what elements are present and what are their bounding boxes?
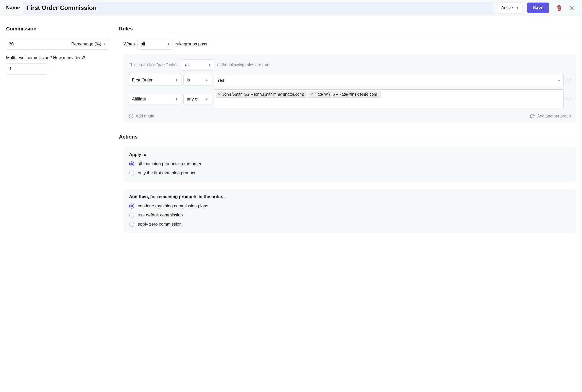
radio-label: only the first matching product (138, 171, 195, 176)
add-rule-button[interactable]: Add a rule (129, 114, 154, 119)
actions-title: Actions (119, 134, 576, 142)
add-group-button[interactable]: Add another group (530, 114, 571, 118)
name-label: Name (6, 5, 20, 11)
rule-field-value: Affiliate (132, 97, 146, 102)
group-scope-select[interactable]: all ▲▼ (182, 59, 214, 71)
group-scope-value: all (185, 62, 189, 67)
group-intro-suffix: of the following rules are true. (217, 63, 270, 67)
chevron-updown-icon: ▲▼ (175, 79, 178, 81)
remaining-option-2[interactable]: apply zero commission (129, 222, 570, 227)
when-scope-value: all (141, 42, 145, 47)
tag-label: John Smith (#2 – john.smith@mailinator.c… (222, 92, 304, 97)
tag-label: Kate W (#6 – kate@insideinfo.com) (315, 92, 379, 97)
chevron-updown-icon: ▲▼ (517, 7, 519, 9)
rule-row: Affiliate ▲▼ any of ▲▼ ✕ John Smith (#2 … (129, 89, 571, 109)
commission-amount-row: Percentage (%) ▲▼ (6, 39, 109, 50)
rule-field-value: First Order (132, 78, 152, 83)
trash-icon (557, 5, 562, 11)
group-intro-prefix: This group is a "pass" when (129, 63, 179, 67)
editor-header: Name Active ▲▼ Save (0, 0, 582, 16)
chevron-updown-icon: ▲▼ (206, 98, 208, 100)
when-scope-select[interactable]: all ▲▼ (137, 39, 173, 50)
delete-button[interactable] (555, 4, 563, 12)
radio-icon (129, 161, 134, 166)
name-input[interactable] (23, 2, 493, 13)
rule-field-select[interactable]: First Order ▲▼ (129, 75, 181, 86)
radio-icon (129, 222, 134, 227)
rule-group: This group is a "pass" when all ▲▼ of th… (124, 54, 576, 122)
apply-to-option-0[interactable]: all matching products in the order (129, 161, 570, 166)
rules-when-row: When all ▲▼ rule groups pass (119, 39, 576, 50)
remove-rule-button[interactable]: − (566, 97, 571, 101)
radio-icon (129, 171, 134, 176)
remaining-label: And then, for remaining products in the … (129, 194, 570, 199)
svg-rect-1 (530, 115, 534, 118)
close-button[interactable] (568, 4, 576, 12)
rule-operator-select[interactable]: any of ▲▼ (183, 94, 211, 105)
radio-label: apply zero commission (138, 222, 182, 227)
remaining-box: And then, for remaining products in the … (124, 189, 576, 233)
commission-amount-input[interactable] (9, 42, 29, 47)
plus-circle-icon (129, 114, 134, 119)
apply-to-box: Apply to all matching products in the or… (124, 147, 576, 182)
when-suffix: rule groups pass (175, 42, 207, 47)
radio-label: use default commission (138, 213, 183, 218)
apply-to-option-1[interactable]: only the first matching product (129, 171, 570, 176)
close-icon (569, 5, 574, 10)
add-group-icon (530, 114, 535, 118)
radio-label: all matching products in the order (138, 161, 201, 166)
rule-field-select[interactable]: Affiliate ▲▼ (129, 94, 181, 105)
remaining-option-1[interactable]: use default commission (129, 213, 570, 218)
rule-value-select[interactable]: Yes ▼ (214, 75, 564, 86)
tag-remove-icon[interactable]: ✕ (310, 92, 313, 96)
radio-icon (129, 213, 134, 218)
tag[interactable]: ✕ Kate W (#6 – kate@insideinfo.com) (308, 91, 381, 98)
rule-operator-select[interactable]: is ▲▼ (183, 75, 211, 86)
rule-operator-value: any of (187, 97, 198, 102)
rules-title: Rules (119, 26, 576, 34)
apply-to-label: Apply to (129, 152, 570, 157)
tag[interactable]: ✕ John Smith (#2 – john.smith@mailinator… (216, 91, 306, 98)
rule-operator-value: is (187, 78, 190, 83)
commission-unit-label: Percentage (%) (71, 42, 101, 47)
chevron-updown-icon: ▲▼ (209, 64, 211, 66)
chevron-updown-icon: ▲▼ (167, 43, 170, 45)
rule-value: Yes (217, 78, 224, 83)
radio-icon (129, 203, 134, 209)
chevron-down-icon: ▼ (558, 79, 560, 82)
commission-title: Commission (6, 26, 109, 34)
add-rule-label: Add a rule (136, 114, 154, 118)
chevron-updown-icon: ▲▼ (206, 79, 208, 81)
remaining-option-0[interactable]: continue matching commission plans (129, 203, 570, 209)
when-prefix: When (124, 42, 135, 47)
tiers-input[interactable] (6, 63, 47, 75)
add-group-label: Add another group (537, 114, 571, 118)
rule-row: First Order ▲▼ is ▲▼ Yes ▼ − (129, 75, 571, 86)
chevron-updown-icon[interactable]: ▲▼ (104, 43, 106, 45)
status-value: Active (501, 5, 513, 10)
radio-label: continue matching commission plans (138, 203, 208, 209)
remove-rule-button[interactable]: − (566, 78, 571, 82)
tiers-label: Multi-level commission? How many tiers? (6, 55, 109, 60)
status-select[interactable]: Active ▲▼ (498, 2, 522, 13)
chevron-updown-icon: ▲▼ (175, 98, 178, 100)
tag-remove-icon[interactable]: ✕ (218, 92, 221, 96)
save-button[interactable]: Save (527, 3, 549, 13)
rule-value-tags[interactable]: ✕ John Smith (#2 – john.smith@mailinator… (214, 89, 564, 109)
